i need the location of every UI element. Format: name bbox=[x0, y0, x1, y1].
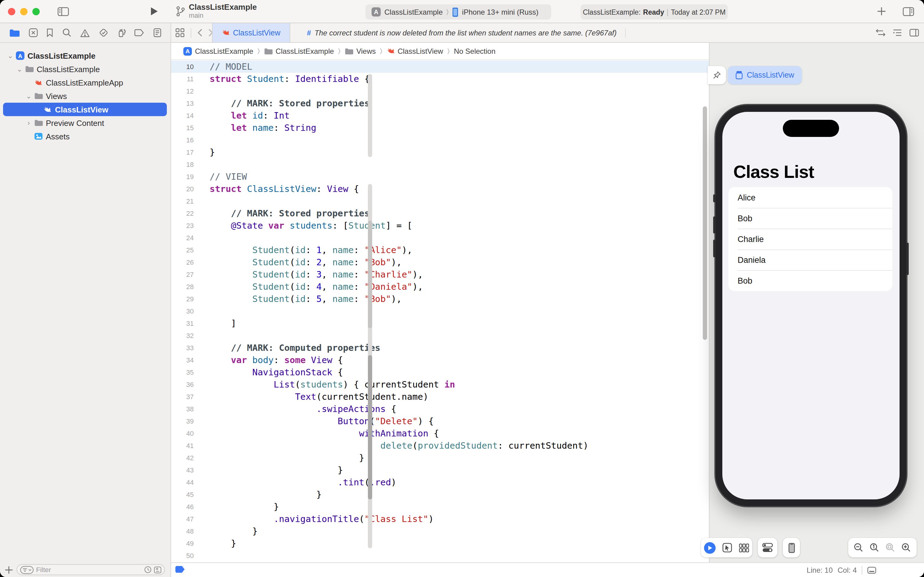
line-number[interactable]: 19 bbox=[171, 173, 194, 180]
disclosure-down-icon[interactable]: ⌄ bbox=[7, 52, 13, 60]
zoom-100-icon[interactable] bbox=[869, 543, 879, 553]
line-number[interactable]: 15 bbox=[171, 124, 194, 131]
source-control-navigator-icon[interactable] bbox=[29, 28, 38, 37]
line-number[interactable]: 40 bbox=[171, 430, 194, 437]
run-destination[interactable]: iPhone 13+ mini (Russ) bbox=[462, 8, 538, 16]
go-back-icon[interactable] bbox=[197, 29, 202, 37]
filter-input[interactable] bbox=[36, 566, 142, 573]
line-number[interactable]: 43 bbox=[171, 466, 194, 474]
line-number[interactable]: 41 bbox=[171, 442, 194, 449]
sidebar-item-assets[interactable]: Assets bbox=[0, 130, 170, 143]
line-number[interactable]: 23 bbox=[171, 222, 194, 229]
sidebar-item-views[interactable]: ⌄Views bbox=[0, 89, 170, 103]
scm-branch-status[interactable]: ClassListExample main bbox=[176, 2, 257, 19]
preview-target-chip[interactable]: ClassListView bbox=[728, 66, 802, 84]
line-number[interactable]: 47 bbox=[171, 515, 194, 522]
scm-status-filter-icon[interactable] bbox=[154, 566, 161, 573]
selectable-mode-icon[interactable] bbox=[722, 543, 732, 553]
line-number[interactable]: 38 bbox=[171, 405, 194, 413]
line-number[interactable]: 31 bbox=[171, 320, 194, 327]
minimize-window-button[interactable] bbox=[20, 8, 27, 15]
sidebar-item-classlistexample[interactable]: ⌄ClassListExample bbox=[0, 62, 170, 76]
line-number[interactable]: 46 bbox=[171, 503, 194, 510]
line-number[interactable]: 11 bbox=[171, 75, 194, 82]
disclosure-down-icon[interactable]: ⌄ bbox=[16, 65, 23, 73]
line-number[interactable]: 26 bbox=[171, 259, 194, 266]
line-number[interactable]: 32 bbox=[171, 332, 194, 339]
line-number[interactable]: 49 bbox=[171, 540, 194, 547]
scheme-selector[interactable]: A ClassListExample 〉 iPhone 13+ mini (Ru… bbox=[365, 4, 551, 19]
line-number[interactable]: 28 bbox=[171, 283, 194, 290]
breadcrumb-item-views[interactable]: Views bbox=[344, 47, 376, 55]
find-navigator-icon[interactable] bbox=[62, 28, 71, 37]
code-editor[interactable]: 10// MODEL11struct Student: Identifiable… bbox=[171, 60, 709, 562]
sidebar-item-classlistexampleapp[interactable]: ClassListExampleApp bbox=[0, 76, 170, 89]
breakpoint-marker[interactable] bbox=[175, 566, 185, 573]
line-number[interactable]: 27 bbox=[171, 271, 194, 278]
breadcrumb-item-classlistview[interactable]: ClassListView bbox=[386, 47, 443, 55]
line-number[interactable]: 33 bbox=[171, 344, 194, 351]
student-row-bob[interactable]: Bob bbox=[728, 208, 892, 229]
line-number[interactable]: 13 bbox=[171, 100, 194, 107]
editor-options-icon[interactable] bbox=[893, 29, 902, 37]
project-navigator-icon[interactable] bbox=[10, 28, 20, 37]
toggle-right-sidebar-icon[interactable] bbox=[903, 7, 914, 16]
code-fold-ribbon[interactable] bbox=[368, 355, 372, 500]
line-number[interactable]: 12 bbox=[171, 87, 194, 95]
live-preview-button[interactable] bbox=[704, 542, 716, 553]
iphone-screen[interactable]: Class List AliceBobCharlieDanielaBob bbox=[722, 112, 900, 500]
line-number[interactable]: 17 bbox=[171, 148, 194, 156]
zoom-to-fit-icon[interactable] bbox=[885, 543, 895, 553]
line-number[interactable]: 14 bbox=[171, 112, 194, 119]
line-number[interactable]: 25 bbox=[171, 246, 194, 254]
sidebar-item-classlistview[interactable]: ClassListView bbox=[0, 103, 170, 116]
line-number[interactable]: 34 bbox=[171, 356, 194, 364]
bookmark-navigator-icon[interactable] bbox=[47, 28, 53, 37]
line-number[interactable]: 48 bbox=[171, 527, 194, 535]
line-number[interactable]: 44 bbox=[171, 479, 194, 486]
run-button[interactable] bbox=[150, 7, 158, 16]
add-editor-icon[interactable] bbox=[877, 7, 886, 16]
code-fold-ribbon[interactable] bbox=[368, 74, 372, 157]
line-number[interactable]: 21 bbox=[171, 197, 194, 205]
line-number[interactable]: 50 bbox=[171, 552, 194, 559]
zoom-in-icon[interactable] bbox=[901, 543, 911, 553]
enclosing-editor-icon[interactable] bbox=[910, 29, 919, 37]
zoom-out-icon[interactable] bbox=[854, 543, 863, 553]
student-row-charlie[interactable]: Charlie bbox=[728, 229, 892, 249]
breadcrumb-item-classlistexample[interactable]: ClassListExample bbox=[264, 47, 334, 55]
line-number[interactable]: 18 bbox=[171, 161, 194, 168]
disclosure-right-icon[interactable]: › bbox=[26, 119, 32, 127]
toggle-left-sidebar-icon[interactable] bbox=[58, 7, 69, 16]
debug-navigator-icon[interactable] bbox=[117, 28, 126, 38]
sidebar-item-preview-content[interactable]: ›Preview Content bbox=[0, 116, 170, 130]
issue-navigator-icon[interactable] bbox=[80, 28, 90, 37]
line-number[interactable]: 22 bbox=[171, 210, 194, 217]
student-row-daniela[interactable]: Daniela bbox=[728, 249, 892, 270]
pin-preview-button[interactable] bbox=[708, 66, 726, 84]
line-number[interactable]: 42 bbox=[171, 454, 194, 461]
test-navigator-icon[interactable] bbox=[99, 28, 108, 37]
close-window-button[interactable] bbox=[8, 8, 15, 15]
line-number[interactable]: 16 bbox=[171, 136, 194, 143]
line-number[interactable]: 10 bbox=[171, 63, 194, 70]
device-settings-button[interactable] bbox=[758, 538, 778, 558]
line-number[interactable]: 36 bbox=[171, 381, 194, 388]
line-number[interactable]: 39 bbox=[171, 417, 194, 425]
breadcrumb-item-no-selection[interactable]: No Selection bbox=[454, 47, 495, 55]
report-navigator-icon[interactable] bbox=[153, 28, 161, 37]
swap-editors-icon[interactable] bbox=[876, 29, 885, 37]
sidebar-item-classlistexample[interactable]: ⌄AClassListExample bbox=[0, 49, 170, 62]
tab-classlistview[interactable]: ClassListView bbox=[212, 23, 290, 42]
line-number[interactable]: 29 bbox=[171, 295, 194, 303]
disclosure-down-icon[interactable]: ⌄ bbox=[26, 92, 32, 100]
breakpoint-navigator-icon[interactable] bbox=[134, 29, 144, 37]
line-number[interactable]: 20 bbox=[171, 185, 194, 193]
filter-field[interactable] bbox=[16, 564, 165, 575]
preview-on-device-button[interactable] bbox=[783, 538, 800, 558]
breadcrumb-item-classlistexample[interactable]: AClassListExample bbox=[184, 47, 253, 55]
student-row-alice[interactable]: Alice bbox=[728, 187, 892, 208]
student-row-bob[interactable]: Bob bbox=[728, 270, 892, 291]
line-number[interactable]: 24 bbox=[171, 234, 194, 242]
minimap-toggle-icon[interactable] bbox=[867, 566, 876, 574]
